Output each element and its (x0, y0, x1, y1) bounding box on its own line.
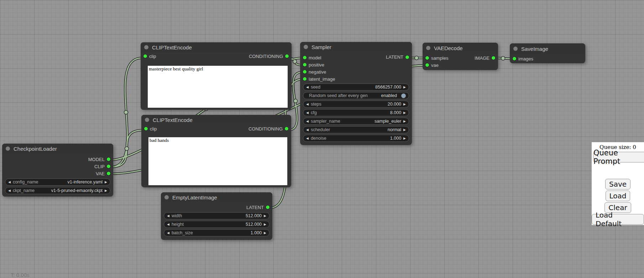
node-collapse-icon[interactable] (426, 46, 430, 50)
node-sampler: Sampler model positive negative latent_i… (300, 42, 412, 145)
decrement-arrow-icon[interactable]: ◀ (8, 189, 11, 192)
increment-arrow-icon[interactable]: ▶ (105, 181, 107, 184)
width-widget[interactable]: ◀ width 512.000 ▶ (164, 212, 269, 219)
node-collapse-icon[interactable] (145, 118, 149, 122)
random-seed-toggle-widget[interactable]: Random seed after every gen enabled (303, 92, 409, 99)
decrement-arrow-icon[interactable]: ◀ (167, 214, 169, 218)
node-title: CheckpointLoader (14, 146, 57, 152)
node-empty-latent-image: EmptyLatentImage LATENT ◀ width 512.000 … (161, 192, 272, 240)
increment-arrow-icon[interactable]: ▶ (264, 223, 266, 226)
node-graph-canvas[interactable]: CheckpointLoader MODEL CLIP VAE ◀ config… (0, 0, 644, 278)
decrement-arrow-icon[interactable]: ◀ (306, 120, 309, 123)
widget-label: height (172, 222, 184, 227)
input-port-icon[interactable] (303, 77, 307, 81)
decrement-arrow-icon[interactable]: ◀ (167, 223, 169, 226)
link-dot-icon (125, 147, 129, 151)
increment-arrow-icon[interactable]: ▶ (105, 189, 107, 192)
load-default-button[interactable]: Load Default (592, 214, 644, 225)
decrement-arrow-icon[interactable]: ◀ (306, 111, 309, 114)
config-name-widget[interactable]: ◀ config_name v1-inference.yaml ▶ (5, 178, 110, 186)
input-port-icon[interactable] (425, 56, 429, 60)
output-row: VAE (2, 170, 113, 177)
prompt-textarea[interactable]: masterpiece best quality girl (148, 66, 288, 108)
widget-label: denoise (311, 136, 326, 141)
input-label: latent_image (309, 76, 335, 82)
ckpt-name-widget[interactable]: ◀ ckpt_name v1-5-pruned-emaonly.ckpt ▶ (5, 187, 110, 194)
node-title: EmptyLatentImage (172, 194, 217, 201)
load-button[interactable]: Load (606, 191, 630, 201)
node-collapse-icon[interactable] (144, 45, 148, 49)
output-port-icon[interactable] (107, 157, 110, 161)
input-port-icon[interactable] (425, 63, 429, 67)
toggle-circle-icon[interactable] (401, 93, 406, 98)
batch-size-widget[interactable]: ◀ batch_size 1.000 ▶ (164, 229, 269, 236)
node-checkpoint-loader: CheckpointLoader MODEL CLIP VAE ◀ config… (2, 144, 113, 197)
output-port-icon[interactable] (492, 56, 495, 60)
increment-arrow-icon[interactable]: ▶ (403, 86, 406, 89)
node-title-bar[interactable]: EmptyLatentImage (161, 192, 272, 202)
node-title-bar[interactable]: CLIPTextEncode (141, 115, 291, 125)
increment-arrow-icon[interactable]: ▶ (403, 111, 406, 114)
widget-value: sample_euler (375, 119, 401, 124)
increment-arrow-icon[interactable]: ▶ (264, 214, 266, 218)
node-title-bar[interactable]: Sampler (300, 42, 412, 52)
input-label: model (309, 55, 321, 60)
output-port-icon[interactable] (266, 205, 269, 209)
cfg-widget[interactable]: ◀ cfg 8.000 ▶ (303, 109, 409, 116)
decrement-arrow-icon[interactable]: ◀ (306, 86, 309, 89)
render-time-status: T: 0.00s (11, 272, 30, 278)
node-collapse-icon[interactable] (304, 45, 308, 49)
decrement-arrow-icon[interactable]: ◀ (306, 128, 309, 132)
input-port-icon[interactable] (143, 54, 147, 58)
decrement-arrow-icon[interactable]: ◀ (167, 231, 169, 235)
increment-arrow-icon[interactable]: ▶ (403, 120, 406, 123)
widget-value: 1.000 (251, 230, 262, 235)
input-port-icon[interactable] (144, 127, 148, 130)
save-button[interactable]: Save (605, 179, 630, 189)
queue-prompt-button[interactable]: Queue Prompt (593, 152, 644, 162)
scheduler-widget[interactable]: ◀ scheduler normal ▶ (303, 126, 409, 133)
output-port-icon[interactable] (285, 54, 289, 58)
decrement-arrow-icon[interactable]: ◀ (306, 103, 309, 106)
increment-arrow-icon[interactable]: ▶ (403, 103, 406, 106)
increment-arrow-icon[interactable]: ▶ (403, 128, 406, 132)
input-row: images (510, 55, 585, 62)
link-dot-icon (293, 60, 297, 64)
input-port-icon[interactable] (303, 70, 307, 74)
node-title: SaveImage (521, 46, 548, 52)
increment-arrow-icon[interactable]: ▶ (264, 231, 266, 235)
sampler-name-widget[interactable]: ◀ sampler_name sample_euler ▶ (303, 118, 409, 125)
steps-widget[interactable]: ◀ steps 20.000 ▶ (303, 101, 409, 108)
increment-arrow-icon[interactable]: ▶ (403, 137, 406, 140)
height-widget[interactable]: ◀ height 512.000 ▶ (164, 221, 269, 228)
output-port-icon[interactable] (107, 172, 110, 175)
decrement-arrow-icon[interactable]: ◀ (8, 181, 11, 184)
input-row: negative (300, 68, 412, 75)
node-collapse-icon[interactable] (164, 195, 169, 199)
input-port-icon[interactable] (303, 63, 307, 66)
widget-label: cfg (311, 110, 317, 115)
input-port-icon[interactable] (303, 56, 307, 59)
prompt-textarea[interactable]: bad hands (148, 137, 287, 185)
output-label: LATENT (386, 54, 403, 60)
node-title-bar[interactable]: CLIPTextEncode (141, 42, 292, 52)
port-row: clip CONDITIONING (141, 125, 291, 133)
input-port-icon[interactable] (513, 57, 516, 60)
output-port-icon[interactable] (107, 165, 110, 168)
decrement-arrow-icon[interactable]: ◀ (306, 137, 309, 140)
denoise-widget[interactable]: ◀ denoise 1.000 ▶ (303, 135, 409, 142)
link-dot-icon (294, 99, 298, 103)
input-label: vae (431, 63, 439, 68)
output-label: CLIP (94, 164, 105, 169)
node-collapse-icon[interactable] (513, 47, 518, 51)
output-label: CONDITIONING (249, 54, 283, 59)
node-clip-text-encode-negative: CLIPTextEncode clip CONDITIONING bad han… (141, 115, 291, 187)
node-title-bar[interactable]: CheckpointLoader (2, 144, 113, 154)
seed-widget[interactable]: ◀ seed 8566257.000 ▶ (303, 84, 409, 91)
node-title-bar[interactable]: VAEDecode (423, 43, 498, 53)
output-label: VAE (96, 171, 105, 176)
node-collapse-icon[interactable] (6, 146, 10, 151)
output-port-icon[interactable] (285, 127, 288, 130)
node-title-bar[interactable]: SaveImage (510, 43, 585, 54)
output-port-icon[interactable] (405, 55, 409, 59)
